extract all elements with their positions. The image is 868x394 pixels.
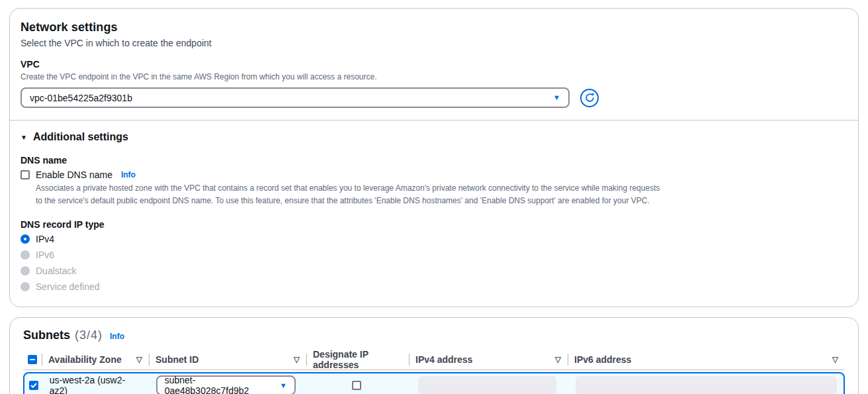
vpc-select[interactable]: vpc-01be54225a2f9301b ▼: [21, 87, 570, 108]
subnet-id-select[interactable]: subnet-0ae48b3028c7fd9b2 ▼: [156, 375, 296, 394]
dns-name-info-link[interactable]: Info: [121, 170, 136, 179]
chevron-down-icon: ▼: [280, 382, 287, 389]
chevron-down-icon: ▼: [553, 94, 560, 101]
subnets-counter: (3/4): [75, 328, 103, 342]
availability-zone-value: us-west-2a (usw2-az2): [50, 375, 143, 394]
subnets-title: Subnets: [23, 328, 70, 342]
enable-dns-name-row: Enable DNS name Info: [21, 170, 847, 180]
additional-settings-label: Additional settings: [33, 131, 128, 143]
row-cell-availability-zone: us-west-2a (usw2-az2): [43, 375, 150, 394]
subnets-header: Subnets (3/4) Info: [23, 328, 845, 342]
refresh-icon: [585, 93, 595, 103]
availability-zone-header-label: Availability Zone: [48, 354, 122, 365]
radio-option-ipv4: IPv4: [21, 234, 847, 244]
expander-triangle-icon: ▼: [21, 134, 27, 141]
designate-ip-checkbox[interactable]: [352, 381, 361, 390]
row-cell-select: [24, 381, 43, 390]
subnets-table-header: Availability Zone ▽ Subnet ID ▽ Designat…: [23, 353, 845, 370]
row-cell-ipv6-address: [565, 376, 844, 394]
radio-option-dualstack: Dualstack: [21, 266, 847, 276]
dns-name-label: DNS name: [21, 155, 847, 166]
panel-subtitle: Select the VPC in which to create the en…: [21, 38, 847, 48]
dualstack-radio-label: Dualstack: [36, 266, 76, 276]
dualstack-radio: [21, 266, 30, 275]
enable-dns-name-checkbox-label: Enable DNS name: [36, 170, 112, 180]
sort-icon[interactable]: ▽: [136, 355, 142, 364]
network-settings-panel: Network settings Select the VPC in which…: [9, 8, 859, 307]
table-row: us-west-2a (usw2-az2) subnet-0ae48b3028c…: [23, 372, 845, 394]
header-cell-select: [23, 355, 42, 364]
sort-icon[interactable]: ▽: [555, 355, 561, 364]
additional-settings-expander[interactable]: ▼ Additional settings: [21, 131, 847, 143]
row-cell-ipv4-address: [408, 376, 565, 394]
row-select-checkbox[interactable]: [29, 381, 38, 390]
ipv6-radio-label: IPv6: [36, 250, 54, 260]
section-divider: [10, 120, 858, 121]
vpc-select-row: vpc-01be54225a2f9301b ▼: [21, 87, 847, 108]
header-cell-ipv6-address[interactable]: IPv6 address ▽: [568, 354, 845, 365]
designate-ip-header-label: Designate IP addresses: [313, 349, 402, 370]
vpc-label: VPC: [21, 59, 847, 70]
ipv4-radio-label: IPv4: [36, 234, 54, 244]
service-defined-radio-label: Service defined: [36, 281, 100, 292]
row-cell-designate-ip: [306, 381, 408, 390]
subnet-id-header-label: Subnet ID: [155, 354, 198, 365]
service-defined-radio: [21, 282, 30, 291]
enable-dns-name-checkbox[interactable]: [21, 170, 30, 179]
header-cell-ipv4-address[interactable]: IPv4 address ▽: [409, 354, 568, 365]
sort-icon[interactable]: ▽: [832, 355, 838, 364]
header-cell-subnet-id[interactable]: Subnet ID ▽: [149, 354, 306, 365]
page-title: Network settings: [21, 21, 847, 34]
ipv6-address-disabled-field: [576, 376, 837, 394]
subnet-id-value: subnet-0ae48b3028c7fd9b2: [165, 375, 280, 394]
dns-name-description: Associates a private hosted zone with th…: [36, 182, 668, 207]
header-cell-availability-zone[interactable]: Availability Zone ▽: [42, 354, 149, 365]
refresh-button[interactable]: [580, 89, 599, 107]
vpc-description: Create the VPC endpoint in the VPC in th…: [21, 71, 847, 83]
ipv4-address-disabled-field: [418, 376, 556, 394]
select-all-checkbox[interactable]: [28, 355, 37, 364]
header-cell-designate-ip: Designate IP addresses: [306, 349, 409, 370]
ipv6-radio: [21, 250, 30, 260]
subnets-info-link[interactable]: Info: [110, 332, 124, 341]
dns-record-ip-type-label: DNS record IP type: [21, 219, 847, 230]
radio-option-ipv6: IPv6: [21, 250, 847, 260]
ipv4-radio[interactable]: [21, 234, 30, 244]
vpc-select-value: vpc-01be54225a2f9301b: [30, 93, 132, 103]
ipv6-address-header-label: IPv6 address: [574, 354, 631, 365]
radio-option-service-defined: Service defined: [21, 281, 847, 292]
row-cell-subnet-id: subnet-0ae48b3028c7fd9b2 ▼: [150, 375, 306, 394]
ipv4-address-header-label: IPv4 address: [415, 354, 472, 365]
subnets-panel: Subnets (3/4) Info Availability Zone ▽ S…: [9, 317, 859, 394]
sort-icon[interactable]: ▽: [294, 355, 300, 364]
